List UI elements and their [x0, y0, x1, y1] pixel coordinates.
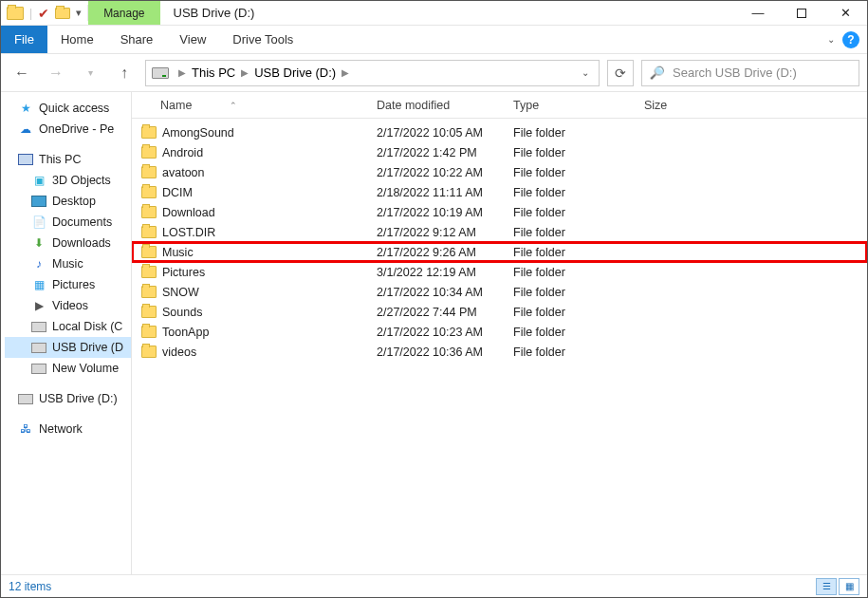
qat-overflow[interactable]: ▾	[76, 7, 82, 19]
sidebar[interactable]: ★Quick access☁OneDrive - PeThis PC▣3D Ob…	[1, 92, 132, 574]
folder-icon	[141, 226, 157, 238]
sidebar-item-label: This PC	[39, 153, 81, 166]
file-name: SNOW	[162, 286, 199, 299]
sidebar-item-quick-access[interactable]: ★Quick access	[5, 98, 131, 119]
file-date: 2/17/2022 10:34 AM	[377, 286, 513, 299]
tab-view[interactable]: View	[166, 26, 219, 53]
folder-icon[interactable]	[55, 8, 70, 19]
search-box[interactable]: 🔍	[641, 60, 859, 86]
tab-home[interactable]: Home	[47, 26, 107, 53]
titlebar: | ✔ ▾ Manage USB Drive (D:) — ✕	[1, 1, 867, 26]
search-input[interactable]	[673, 65, 851, 80]
sidebar-item-label: Documents	[52, 215, 112, 229]
sidebar-item-label: 3D Objects	[52, 174, 111, 187]
checkmark-icon[interactable]: ✔	[38, 6, 49, 21]
sidebar-item-documents[interactable]: 📄Documents	[5, 212, 131, 233]
dl-icon: ⬇	[31, 235, 46, 251]
minimize-button[interactable]: —	[736, 1, 780, 25]
app-icon[interactable]	[7, 7, 24, 20]
file-list[interactable]: AmongSound2/17/2022 10:05 AMFile folderA…	[132, 119, 867, 574]
sidebar-item-usb-drive-d-[interactable]: USB Drive (D:)	[5, 388, 131, 409]
sidebar-item-local-disk-c[interactable]: Local Disk (C	[5, 316, 131, 337]
folder-row-amongsound[interactable]: AmongSound2/17/2022 10:05 AMFile folder	[132, 122, 867, 142]
disk-icon	[31, 340, 46, 355]
pic-icon: ▦	[31, 277, 46, 292]
file-type: File folder	[513, 206, 618, 219]
sidebar-item-label: USB Drive (D:)	[39, 392, 118, 405]
sidebar-item-label: Music	[52, 257, 83, 271]
folder-row-dcim[interactable]: DCIM2/18/2022 11:11 AMFile folder	[132, 182, 867, 202]
sidebar-item-network[interactable]: 🖧Network	[5, 419, 131, 439]
folder-icon	[141, 126, 157, 139]
sidebar-item-desktop[interactable]: Desktop	[5, 191, 131, 212]
view-details-button[interactable]: ☰	[816, 578, 837, 595]
chevron-right-icon[interactable]: ▶	[237, 67, 252, 78]
sidebar-item-3d-objects[interactable]: ▣3D Objects	[5, 170, 131, 191]
file-type: File folder	[513, 166, 618, 179]
ribbon-collapse-icon[interactable]: ⌄	[827, 34, 835, 45]
tab-drive-tools[interactable]: Drive Tools	[219, 26, 306, 53]
status-bar: 12 items ☰ ▦	[1, 574, 867, 597]
folder-row-videos[interactable]: videos2/17/2022 10:36 AMFile folder	[132, 342, 867, 362]
disk-icon	[31, 319, 46, 334]
sidebar-item-new-volume[interactable]: New Volume	[5, 358, 131, 379]
content-pane: Name ⌃ Date modified Type Size AmongSoun…	[132, 92, 867, 574]
folder-row-music[interactable]: Music2/17/2022 9:26 AMFile folder	[132, 242, 867, 262]
address-dropdown-icon[interactable]: ⌄	[578, 67, 593, 78]
ribbon-right: ⌄ ?	[827, 26, 867, 53]
sidebar-item-label: Downloads	[52, 236, 111, 250]
file-name: avatoon	[162, 166, 204, 179]
folder-row-toonapp[interactable]: ToonApp2/17/2022 10:23 AMFile folder	[132, 322, 867, 342]
sidebar-item-label: Videos	[52, 299, 88, 312]
column-header-name[interactable]: Name ⌃	[160, 99, 377, 112]
file-name: ToonApp	[162, 326, 209, 339]
maximize-button[interactable]	[780, 1, 823, 25]
folder-row-avatoon[interactable]: avatoon2/17/2022 10:22 AMFile folder	[132, 162, 867, 182]
sidebar-item-label: New Volume	[52, 362, 119, 375]
tab-share[interactable]: Share	[107, 26, 167, 53]
file-name: DCIM	[162, 186, 193, 199]
file-type: File folder	[513, 246, 618, 259]
nav-back-button[interactable]: ←	[9, 60, 35, 86]
column-header-size[interactable]: Size	[618, 99, 667, 112]
tab-file[interactable]: File	[1, 26, 47, 53]
file-name: videos	[162, 346, 196, 359]
folder-icon	[141, 306, 157, 318]
file-type: File folder	[513, 266, 618, 279]
status-item-count: 12 items	[9, 580, 51, 593]
sidebar-item-this-pc[interactable]: This PC	[5, 149, 131, 170]
file-type: File folder	[513, 126, 618, 140]
sidebar-item-videos[interactable]: ▶Videos	[5, 295, 131, 316]
folder-row-snow[interactable]: SNOW2/17/2022 10:34 AMFile folder	[132, 282, 867, 302]
folder-row-pictures[interactable]: Pictures3/1/2022 12:19 AMFile folder	[132, 262, 867, 282]
folder-row-android[interactable]: Android2/17/2022 1:42 PMFile folder	[132, 142, 867, 162]
close-button[interactable]: ✕	[823, 1, 867, 25]
qat-separator: |	[29, 7, 32, 20]
folder-row-download[interactable]: Download2/17/2022 10:19 AMFile folder	[132, 202, 867, 222]
refresh-button[interactable]: ⟳	[607, 60, 634, 86]
breadcrumb-current[interactable]: USB Drive (D:)	[254, 65, 336, 80]
nav-up-button[interactable]: ↑	[111, 60, 138, 86]
sidebar-item-downloads[interactable]: ⬇Downloads	[5, 233, 131, 253]
ribbon: File Home Share View Drive Tools ⌄ ?	[1, 26, 867, 54]
help-icon[interactable]: ?	[842, 31, 859, 48]
chevron-right-icon[interactable]: ▶	[338, 67, 353, 78]
sidebar-item-onedrive-pe[interactable]: ☁OneDrive - Pe	[5, 119, 131, 140]
view-buttons: ☰ ▦	[816, 578, 859, 595]
sidebar-item-music[interactable]: ♪Music	[5, 253, 131, 274]
sidebar-item-usb-drive-d[interactable]: USB Drive (D	[5, 337, 131, 358]
address-bar[interactable]: ▶ This PC ▶ USB Drive (D:) ▶ ⌄	[145, 60, 600, 86]
chevron-right-icon[interactable]: ▶	[175, 67, 190, 78]
nav-recent-dropdown[interactable]: ▾	[77, 60, 103, 86]
column-header-date[interactable]: Date modified	[377, 99, 513, 112]
net-icon: 🖧	[18, 421, 33, 437]
view-icons-button[interactable]: ▦	[839, 578, 859, 595]
breadcrumb-this-pc[interactable]: This PC	[192, 65, 235, 80]
column-header-type[interactable]: Type	[513, 99, 618, 112]
sidebar-item-pictures[interactable]: ▦Pictures	[5, 274, 131, 295]
nav-forward-button[interactable]: →	[43, 60, 69, 86]
file-type: File folder	[513, 226, 618, 239]
folder-row-lost-dir[interactable]: LOST.DIR2/17/2022 9:12 AMFile folder	[132, 222, 867, 242]
folder-row-sounds[interactable]: Sounds2/27/2022 7:44 PMFile folder	[132, 302, 867, 322]
quick-access-toolbar: | ✔ ▾	[1, 1, 87, 25]
